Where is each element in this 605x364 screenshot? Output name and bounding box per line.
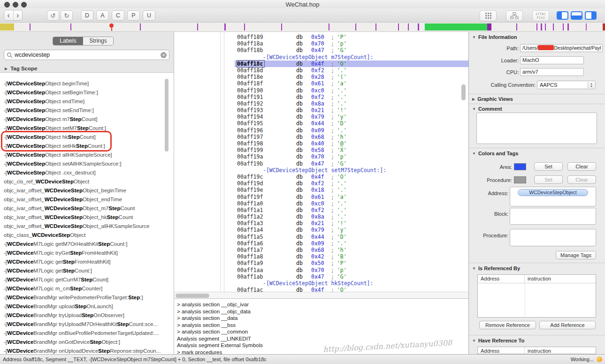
- minimap-mark[interactable]: [398, 23, 399, 30]
- transform-procedure-button[interactable]: P: [127, 10, 140, 21]
- symbol-list-item[interactable]: objc_cls_ref_WCDeviceStepObject: [0, 177, 174, 186]
- symbol-list-item[interactable]: -[WCDeviceM7Logic getStepFromHealthKit]: [0, 258, 174, 266]
- toggle-bottom-panel-button[interactable]: [571, 11, 582, 20]
- have-reference-to-table[interactable]: Address instruction: [477, 347, 596, 354]
- disasm-row[interactable]: 00aff18cdb0x4f;'O': [174, 61, 468, 67]
- procedure-tags-box[interactable]: [510, 229, 596, 246]
- symbol-list-item[interactable]: -[WCDeviceM7Logic getM7OrHealthKitStepCo…: [0, 240, 174, 249]
- disasm-row[interactable]: 00aff195db0x44;'D': [174, 120, 468, 127]
- section-graphic-views[interactable]: ▶ Graphic Views: [472, 96, 513, 102]
- area-clear-button[interactable]: Clear: [567, 162, 596, 171]
- stepper-icon[interactable]: ▲▼: [588, 82, 595, 88]
- disasm-row[interactable]: 00aff1a6db0x09;'.': [174, 240, 468, 247]
- minimap-mark[interactable]: [545, 23, 546, 30]
- procedure-clear-button[interactable]: Clear: [567, 175, 596, 184]
- transform-code-button[interactable]: C: [112, 10, 124, 21]
- address-tag[interactable]: WCDeviceStepObject: [518, 189, 588, 196]
- disasm-row[interactable]: 00aff197db0x68;'h': [174, 134, 468, 140]
- minimap-mark[interactable]: [487, 23, 491, 30]
- forward-button[interactable]: ›: [14, 10, 23, 20]
- disasm-row[interactable]: 00aff1a8db0x42;'B': [174, 253, 468, 260]
- section-file-information[interactable]: ▼ File Information: [472, 34, 517, 40]
- path-field[interactable]: /Users/Desktop/weichat/Payl: [520, 44, 603, 52]
- section-is-referenced-by[interactable]: ▼ Is Referenced By: [472, 265, 520, 271]
- disassembly-hscrollbar[interactable]: [174, 292, 468, 299]
- search-input[interactable]: [15, 52, 161, 58]
- disasm-row[interactable]: 00aff19cdb0x4f;'O': [174, 174, 468, 180]
- minimap-mark[interactable]: [418, 23, 419, 30]
- section-have-reference-to[interactable]: ▼ Have Reference To: [472, 338, 524, 343]
- tag-scope-disclosure[interactable]: ▶ Tag Scope: [5, 66, 37, 71]
- minimap-mark[interactable]: [197, 23, 198, 30]
- remove-reference-button[interactable]: Remove Reference: [479, 321, 536, 329]
- symbol-list-item[interactable]: -[WCDeviceStepObject endTime]: [0, 97, 174, 106]
- disasm-row[interactable]: 00aff194db0x79;'y': [174, 114, 468, 120]
- symbol-list-item[interactable]: objc_class_WCDeviceStepObject: [0, 231, 174, 240]
- disasm-row[interactable]: 00aff19adb0x70;'p': [174, 153, 468, 160]
- minimap-mark[interactable]: [567, 23, 569, 30]
- calling-convention-select[interactable]: AAPCS ▲▼: [537, 81, 596, 89]
- symbol-list-item[interactable]: -[WCDeviceBrandMgr writePedometerProfile…: [0, 293, 174, 302]
- disasm-row[interactable]: 00aff1aadb0x70;'p': [174, 267, 468, 273]
- undo-icon[interactable]: ↺: [47, 10, 59, 21]
- symbol-list-item[interactable]: -[WCDeviceBrandMgr tryUploadStepOnObserv…: [0, 311, 174, 320]
- disasm-row[interactable]: 00aff18bdb0x47;'G': [174, 47, 468, 53]
- minimap-mark[interactable]: [30, 23, 31, 30]
- symbol-list-item[interactable]: -[WCDeviceM7Logic tryGetStepFromHealthKi…: [0, 249, 174, 258]
- symbol-list-item[interactable]: objc_ivar_offset_WCDeviceStepObject_m7St…: [0, 204, 174, 213]
- minimap-mark[interactable]: [425, 23, 487, 30]
- symbol-list-item[interactable]: -[WCDeviceStepObject beginTime]: [0, 79, 174, 88]
- minimap-mark[interactable]: [140, 23, 141, 30]
- cpu-field[interactable]: arm/v7: [520, 68, 584, 76]
- procedure-color-swatch[interactable]: [514, 176, 526, 183]
- minimap-mark[interactable]: [355, 23, 356, 30]
- symbol-list-item[interactable]: -[WCDeviceStepObject .cxx_destruct]: [0, 168, 174, 177]
- disasm-row[interactable]: 00aff1a4db0x79;'y': [174, 227, 468, 233]
- disasm-row[interactable]: 00aff19bdb0x47;'G': [174, 160, 468, 167]
- area-color-swatch[interactable]: [514, 163, 526, 170]
- disasm-row[interactable]: 00aff1a2db0x8a;'.': [174, 213, 468, 220]
- redo-icon[interactable]: ↻: [61, 10, 73, 21]
- disasm-row[interactable]: 00aff199db0x58;'X': [174, 147, 468, 153]
- disasm-row[interactable]: 00aff189db0x50;'P': [174, 34, 468, 40]
- disasm-row[interactable]: 00aff1a5db0x44;'D': [174, 234, 468, 240]
- graph-view-button[interactable]: [506, 10, 523, 21]
- minimap-mark[interactable]: [329, 23, 329, 30]
- symbol-list-item[interactable]: objc_ivar_offset_WCDeviceStepObject_endT…: [0, 195, 174, 204]
- tab-strings[interactable]: Strings: [83, 37, 113, 45]
- minimap-mark[interactable]: [516, 23, 517, 30]
- disasm-row[interactable]: 00aff193db0x21;'!': [174, 107, 468, 114]
- section-comment[interactable]: ▼ Comment: [472, 106, 502, 112]
- disasm-row[interactable]: 00aff196db0x09;'.': [174, 127, 468, 134]
- disasm-row[interactable]: 00aff1acdb0x4f;'O': [174, 287, 468, 292]
- disasm-row[interactable]: 00aff1a0db0xc0;'.': [174, 200, 468, 207]
- symbol-list-item[interactable]: -[WCDeviceM7Logic m_cmStepCounter]: [0, 284, 174, 293]
- disasm-row[interactable]: 00aff18edb0x28;'(': [174, 74, 468, 80]
- manage-tags-button[interactable]: Manage Tags: [556, 251, 596, 259]
- pseudocode-button[interactable]: if(b) f(x): [532, 10, 549, 21]
- symbol-list-item[interactable]: -[WCDeviceBrandMgr onGotDeviceStepObject…: [0, 338, 174, 347]
- disasm-row[interactable]: 00aff19edb0x18;'.': [174, 187, 468, 193]
- symbol-list-item[interactable]: objc_ivar_offset_WCDeviceStepObject_allH…: [0, 222, 174, 231]
- is-referenced-by-table[interactable]: Address instruction: [477, 274, 596, 318]
- disasm-row[interactable]: 00aff190db0xc0;'.': [174, 87, 468, 94]
- transform-data-button[interactable]: D: [81, 10, 93, 21]
- symbol-list-item[interactable]: -[WCDeviceM7Logic getStepCount:]: [0, 266, 174, 275]
- symbol-list-item[interactable]: -[WCDeviceBrandMgr onUploadDeviceStepRep…: [0, 347, 174, 354]
- symbol-list-item[interactable]: -[WCDeviceBrandMgr tryUploadM7OrHealthKi…: [0, 320, 174, 329]
- minimap-mark[interactable]: [281, 23, 282, 30]
- back-button[interactable]: ‹: [4, 10, 14, 20]
- address-tags-box[interactable]: WCDeviceStepObject: [510, 187, 596, 206]
- disasm-row[interactable]: 00aff191db0xf2;'.': [174, 94, 468, 100]
- symbol-list-item[interactable]: -[WCDeviceStepObject m7StepCount]: [0, 115, 174, 124]
- symbol-list-item[interactable]: -[WCDeviceStepObject setAllHKSampleSourc…: [0, 159, 174, 168]
- clear-search-icon[interactable]: ✕: [161, 52, 167, 58]
- minimap-mark[interactable]: [375, 23, 376, 30]
- disasm-row[interactable]: 00aff18adb0x70;'p': [174, 40, 468, 47]
- disassembly-vscrollbar[interactable]: [461, 84, 466, 100]
- minimap-mark[interactable]: [536, 23, 537, 30]
- disasm-label-row[interactable]: -[WCDeviceStepObject hkStepCount]:: [174, 280, 468, 287]
- disasm-row[interactable]: 00aff1a9db0x50;'P': [174, 260, 468, 266]
- symbol-list-item[interactable]: -[WCDeviceStepObject setBeginTime:]: [0, 88, 174, 97]
- hex-view-button[interactable]: [480, 10, 497, 21]
